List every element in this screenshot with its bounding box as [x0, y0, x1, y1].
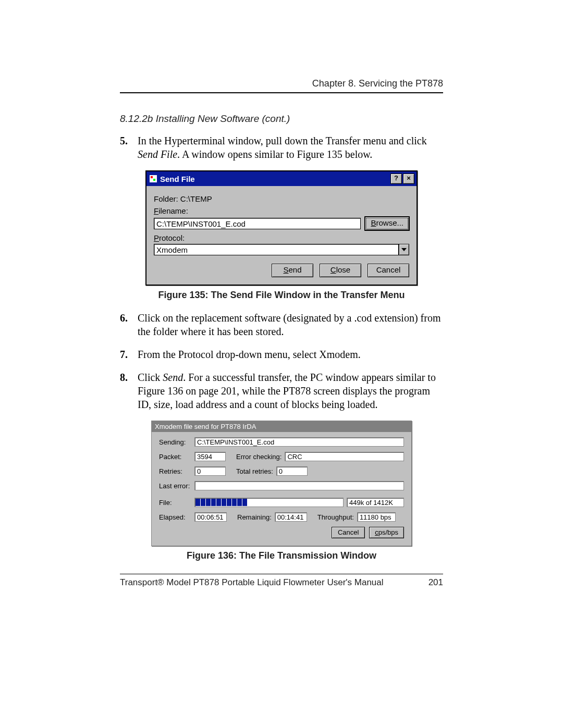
browse-button[interactable]: Browse...	[365, 217, 409, 230]
cpsbps-button[interactable]: cps/bps	[369, 527, 404, 538]
xmodem-dialog: Xmodem file send for PT878 IrDA Sending:…	[151, 421, 412, 546]
step-list-a: 5. In the Hyperterminal window, pull dow…	[120, 134, 443, 161]
packet-label: Packet:	[159, 453, 191, 461]
filename-field[interactable]: C:\TEMP\INST001_E.cod	[154, 218, 361, 229]
throughput-value: 11180 bps	[357, 512, 396, 522]
lasterror-label: Last error:	[159, 482, 191, 490]
titlebar[interactable]: Send File ? ×	[146, 171, 417, 186]
header-rule	[120, 92, 443, 93]
filename-label: Filename:	[154, 206, 409, 215]
close-icon[interactable]: ×	[403, 174, 414, 184]
protocol-select[interactable]: Xmodem	[154, 244, 409, 255]
errorchecking-value: CRC	[285, 452, 404, 461]
step-8: 8. Click Send. For a successful transfer…	[120, 371, 443, 411]
elapsed-label: Elapsed:	[159, 513, 191, 521]
throughput-label: Throughput:	[317, 513, 354, 521]
step-number: 8.	[120, 371, 138, 411]
step-text: Click Send. For a successful transfer, t…	[138, 371, 443, 411]
step-number: 7.	[120, 348, 138, 361]
section-title: 8.12.2b Installing New Software (cont.)	[120, 113, 443, 125]
folder-label: Folder: C:\TEMP	[154, 194, 409, 203]
chevron-down-icon[interactable]	[399, 244, 409, 255]
chapter-header: Chapter 8. Servicing the PT878	[120, 78, 443, 89]
totalretries-value: 0	[276, 466, 308, 476]
retries-value: 0	[194, 466, 226, 476]
app-icon	[150, 175, 157, 182]
remaining-label: Remaining:	[237, 513, 272, 521]
close-button[interactable]: Close	[320, 264, 361, 277]
protocol-value: Xmodem	[154, 244, 399, 255]
help-icon[interactable]: ?	[390, 174, 402, 184]
step-7: 7. From the Protocol drop-down menu, sel…	[120, 348, 443, 361]
elapsed-value: 00:06:51	[194, 512, 227, 522]
step-list-b: 6. Click on the replacement software (de…	[120, 311, 443, 411]
lasterror-value	[194, 481, 404, 490]
protocol-label: Protocol:	[154, 233, 409, 242]
window-title: Send File	[160, 175, 195, 183]
step-5: 5. In the Hyperterminal window, pull dow…	[120, 134, 443, 161]
step-text: In the Hyperterminal window, pull down t…	[138, 134, 443, 161]
cancel-button[interactable]: Cancel	[368, 264, 409, 277]
retries-label: Retries:	[159, 467, 191, 475]
sending-value: C:\TEMP\INST001_E.cod	[194, 437, 404, 447]
figure-136-caption: Figure 136: The File Transmission Window	[120, 550, 443, 561]
send-button[interactable]: Send	[272, 264, 313, 277]
figure-135-caption: Figure 135: The Send File Window in the …	[120, 290, 443, 301]
packet-value: 3594	[194, 452, 226, 461]
file-progress	[194, 498, 344, 507]
step-6: 6. Click on the replacement software (de…	[120, 311, 443, 338]
page-footer: Transport® Model PT878 Portable Liquid F…	[120, 574, 443, 588]
totalretries-label: Total retries:	[236, 467, 273, 475]
window-title[interactable]: Xmodem file send for PT878 IrDA	[152, 421, 411, 432]
step-text: Click on the replacement software (desig…	[138, 311, 443, 338]
cancel-button[interactable]: Cancel	[332, 527, 365, 538]
file-progress-text: 449k of 1412K	[347, 498, 404, 507]
step-text: From the Protocol drop-down menu, select…	[138, 348, 361, 361]
send-file-dialog: Send File ? × Folder: C:\TEMP Filename: …	[145, 170, 418, 286]
sending-label: Sending:	[159, 438, 191, 446]
remaining-value: 00:14:41	[275, 512, 307, 522]
step-number: 5.	[120, 134, 138, 161]
page-number: 201	[422, 577, 443, 588]
errorchecking-label: Error checking:	[236, 453, 282, 461]
step-number: 6.	[120, 311, 138, 338]
footer-text: Transport® Model PT878 Portable Liquid F…	[120, 577, 384, 588]
file-label: File:	[159, 499, 191, 507]
